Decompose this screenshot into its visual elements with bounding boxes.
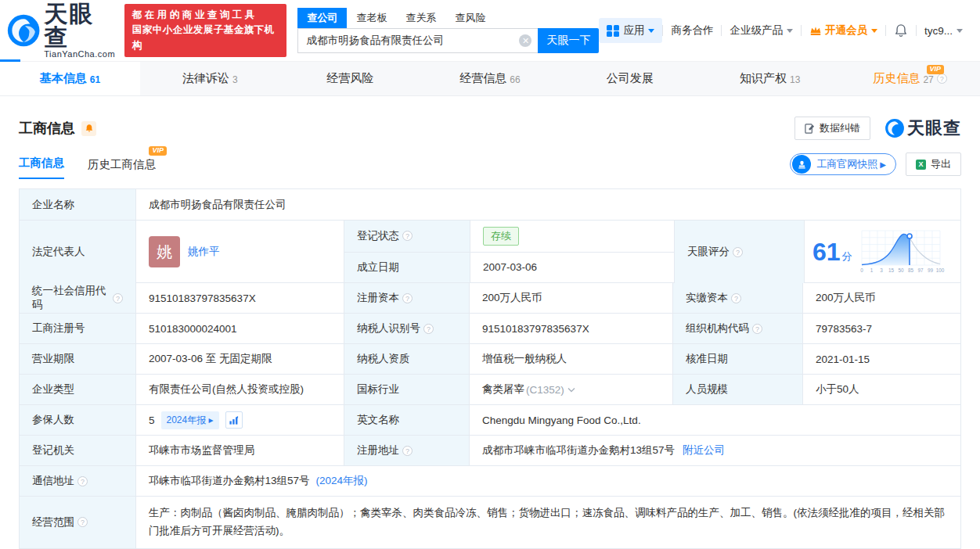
field-label: 通信地址? (20, 466, 135, 496)
org-code-value: 79783563-7 (802, 314, 960, 343)
help-icon[interactable]: ? (402, 231, 413, 241)
nearby-companies-link[interactable]: 附近公司 (683, 443, 725, 458)
section-title: 工商信息 (19, 119, 75, 138)
tab-operation-risk[interactable]: 经营风险 (280, 62, 420, 95)
notification-bell[interactable] (886, 23, 916, 38)
menu-enterprise-label: 企业级产品 (730, 23, 783, 38)
field-label: 组织机构代码? (672, 314, 802, 343)
help-icon[interactable]: ? (77, 476, 88, 486)
establish-date-value: 2007-03-06 (470, 253, 674, 283)
data-correction-button[interactable]: 数据纠错 (794, 117, 870, 140)
chevron-down-icon (787, 29, 793, 33)
field-label: 实缴资本? (672, 283, 802, 313)
official-snapshot-button[interactable]: 工商官网快照 ▶ (790, 153, 896, 175)
staff-size-value: 小于50人 (802, 375, 960, 404)
field-label: 成立日期 (344, 253, 470, 283)
apps-grid-icon (607, 25, 618, 37)
top-menu: 应用 商务合作 企业级产品 开通会员 (599, 18, 971, 43)
logo-title: 天眼查 (44, 2, 116, 49)
menu-cooperation-label: 商务合作 (671, 23, 713, 38)
search-button[interactable]: 天眼一下 (538, 28, 599, 53)
tab-legal-litigation-label: 法律诉讼 (182, 71, 229, 86)
search-tabs: 查公司 查老板 查关系 查风险 (297, 8, 599, 28)
menu-open-vip[interactable]: 开通会员 (802, 23, 885, 38)
tianyancha-logo[interactable]: 天眼查 TianYanCha.com (6, 2, 117, 59)
business-info-table: 企业名称 成都市明扬食品有限责任公司 法定代表人 姚 姚作平 登记状态 ? 存续 (19, 188, 961, 549)
user-account[interactable]: tyc9... (917, 25, 971, 37)
search-tab-boss[interactable]: 查老板 (347, 8, 396, 28)
company-name-value: 成都市明扬食品有限责任公司 (135, 189, 960, 220)
field-label: 登记状态 ? (344, 221, 470, 252)
svg-text:0: 0 (860, 267, 863, 273)
username: tyc9... (924, 25, 953, 37)
arrow-right-icon: ▶ (880, 160, 886, 169)
svg-text:100: 100 (935, 267, 944, 273)
chevron-down-icon[interactable] (567, 387, 575, 393)
tab-count: 27 (923, 74, 933, 85)
help-icon[interactable]: ? (937, 74, 947, 84)
tab-operation-risk-label: 经营风险 (326, 71, 373, 86)
reg-authority-value: 邛崃市市场监督管理局 (135, 436, 344, 465)
trend-chart-icon[interactable] (225, 411, 243, 429)
annual-report-badge[interactable]: 2024年报 ▸ (161, 411, 219, 429)
export-button[interactable]: X 导出 (906, 152, 961, 176)
help-icon[interactable]: ? (733, 247, 743, 257)
help-icon[interactable]: ? (423, 324, 434, 334)
field-label: 核准日期 (672, 344, 802, 374)
help-icon[interactable]: ? (402, 293, 413, 303)
vip-badge: VIP (149, 146, 167, 156)
field-label: 纳税人识别号? (344, 314, 469, 343)
chevron-down-icon (648, 29, 654, 33)
crown-icon (809, 25, 822, 36)
tab-count: 3 (232, 74, 238, 85)
menu-cooperation[interactable]: 商务合作 (663, 23, 721, 38)
subscribe-bell-icon[interactable] (81, 121, 96, 136)
section-brand-logo: 天眼查 (885, 117, 961, 140)
tab-company-development[interactable]: 公司发展 (560, 62, 700, 95)
english-name-value: Chengdu Mingyang Food Co.,Ltd. (469, 405, 960, 435)
tab-history-info[interactable]: VIP 历史信息 27 ? (840, 62, 980, 95)
main-content: 工商信息 数据纠错 天眼查 (0, 117, 980, 549)
paid-capital-value: 200万人民币 (802, 283, 960, 313)
svg-text:15: 15 (888, 267, 895, 273)
search-tab-relation[interactable]: 查关系 (396, 8, 445, 28)
annual-report-link[interactable]: (2024年报) (316, 474, 368, 488)
help-icon[interactable]: ? (752, 324, 762, 334)
search-input[interactable] (297, 28, 538, 53)
table-row: 通信地址? 邛崃市临邛街道办金鹅村13组57号 (2024年报) (20, 465, 960, 496)
field-label: 经营范围? (20, 497, 135, 548)
legal-rep-link[interactable]: 姚作平 (188, 245, 220, 259)
insured-count: 5 (149, 414, 155, 426)
help-icon[interactable]: ? (113, 293, 123, 303)
menu-apps-label: 应用 (623, 23, 644, 38)
taxpayer-qualification-value: 增值税一般纳税人 (469, 344, 672, 374)
menu-enterprise[interactable]: 企业级产品 (722, 23, 801, 38)
field-label: 注册地址? (344, 436, 469, 465)
tab-basic-info[interactable]: 基本信息 61 (0, 62, 140, 95)
tab-legal-litigation[interactable]: 法律诉讼 3 (140, 62, 280, 95)
tab-basic-info-label: 基本信息 (40, 71, 87, 86)
tab-operation-info[interactable]: 经营信息 66 (420, 62, 560, 95)
vip-badge: VIP (927, 65, 945, 74)
tab-count: 61 (90, 74, 100, 85)
menu-apps[interactable]: 应用 (599, 18, 662, 43)
help-icon[interactable]: ? (77, 517, 88, 527)
field-label: 企业类型 (20, 375, 135, 404)
help-icon[interactable]: ? (402, 446, 413, 456)
table-row: 经营范围? 生产：肉制品（酱卤肉制品、腌腊肉制品）；禽类宰杀、肉类食品冷冻、销售… (20, 496, 960, 548)
svg-text:1: 1 (870, 267, 873, 273)
subtab-business-info[interactable]: 工商信息 (19, 156, 64, 179)
help-icon[interactable]: ? (731, 293, 741, 303)
table-row: 营业期限 2007-03-06 至 无固定期限 纳税人资质 增值税一般纳税人 核… (20, 343, 960, 374)
avatar[interactable]: 姚 (149, 236, 180, 267)
score-value: 61 (812, 239, 841, 264)
header: 天眼查 TianYanCha.com 都在用的商业查询工具 国家中小企业发展子基… (0, 0, 980, 61)
search-tab-risk[interactable]: 查风险 (445, 8, 495, 28)
subtab-history-business-info[interactable]: VIP 历史工商信息 (88, 157, 156, 179)
tianyancha-swirl-icon (885, 118, 905, 138)
tab-intellectual-property[interactable]: 知识产权 13 (700, 62, 840, 95)
industry-cell: 禽类屠宰 (C1352) (469, 375, 672, 404)
search-tab-company[interactable]: 查公司 (297, 8, 347, 28)
field-label: 工商注册号 (20, 314, 135, 343)
status-date-stack: 登记状态 ? 存续 成立日期 2007-03-06 (344, 221, 674, 282)
